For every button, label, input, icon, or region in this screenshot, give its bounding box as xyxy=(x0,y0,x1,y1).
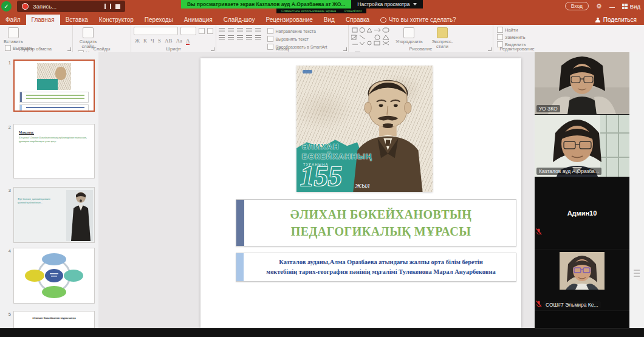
columns-icon[interactable] xyxy=(255,35,261,40)
paste-icon xyxy=(8,27,19,38)
strikethrough-button[interactable]: S xyxy=(158,38,161,45)
video-tile-4[interactable]: СОШ#7 Эльмира Ке... xyxy=(535,250,629,311)
align-text-button[interactable]: Выровнять текст xyxy=(267,36,328,42)
bokeikhanov-stamp-image[interactable]: ӘЛИХАН БӨКЕЙХАННЫҢ ТУҒАНЫНА 155 жыл xyxy=(296,66,433,192)
banner-sub-links: Совместное использование экрана PowerPoi… xyxy=(276,9,366,13)
slide-title-box[interactable]: ӘЛИХАН БӨКЕЙХАНОВТЫҢ ПЕДАГОГИКАЛЫҚ МҰРАС… xyxy=(236,199,516,247)
gear-icon[interactable]: ⚙ xyxy=(596,3,602,10)
scrollbar-marks[interactable] xyxy=(629,270,644,277)
pause-recording-button[interactable] xyxy=(104,4,111,9)
view-options-dropdown[interactable]: Настройка просмотра xyxy=(351,0,422,9)
justify-icon[interactable] xyxy=(246,35,252,40)
font-name-combo[interactable] xyxy=(134,27,178,35)
replace-button[interactable]: Заменить xyxy=(497,34,526,40)
screen-share-banner: Вы просматриваете экран Казталов ауд А.О… xyxy=(181,0,351,9)
subtitle-accent-bar xyxy=(236,253,244,281)
indent-increase-icon[interactable] xyxy=(246,28,252,33)
tab-review[interactable]: Рецензирование xyxy=(261,15,318,25)
shapes-gallery[interactable] xyxy=(351,27,391,46)
shrink-font-icon[interactable] xyxy=(207,28,213,34)
dialog-launcher-icon[interactable] xyxy=(67,47,71,51)
signin-button[interactable]: Вход xyxy=(565,2,589,10)
bokeikhanov-portrait xyxy=(338,70,433,192)
find-icon xyxy=(497,27,503,33)
replace-icon xyxy=(497,34,503,40)
slide-thumbnail-4[interactable] xyxy=(13,248,95,304)
participant-photo xyxy=(560,252,605,290)
indent-decrease-icon[interactable] xyxy=(237,28,243,33)
text-direction-button[interactable]: Направление текста xyxy=(267,28,328,34)
grow-font-icon[interactable] xyxy=(199,28,205,34)
slide-subtitle-line2: мектебінің тарих-география пәнінің мұғал… xyxy=(251,267,511,277)
group-paragraph: Направление текста Выровнять текст Преоб… xyxy=(216,25,349,52)
tab-help[interactable]: Справка xyxy=(340,15,375,25)
numbering-icon[interactable] xyxy=(228,28,234,33)
view-options-label: Настройка просмотра xyxy=(357,0,409,9)
group-slides: Создать слайд Макет Восстановить Раздел … xyxy=(73,25,131,52)
paste-button[interactable]: Вставить xyxy=(2,27,24,45)
font-size-combo[interactable] xyxy=(180,27,196,35)
dialog-launcher-icon[interactable] xyxy=(488,47,492,51)
quick-styles-icon xyxy=(437,27,448,38)
tab-home[interactable]: Главная xyxy=(26,15,60,25)
find-button[interactable]: Найти xyxy=(497,27,526,33)
stop-recording-button[interactable] xyxy=(115,4,120,9)
bullets-icon[interactable] xyxy=(219,28,225,33)
slide-subtitle-box[interactable]: Казталов ауданы,Алма Оразбаева атындағы … xyxy=(236,253,516,282)
font-color-button[interactable]: А xyxy=(186,38,190,45)
char-spacing-button[interactable]: АВ xyxy=(165,38,173,45)
current-slide[interactable]: ӘЛИХАН БӨКЕЙХАННЫҢ ТУҒАНЫНА 155 жыл ӘЛИХ… xyxy=(200,58,521,328)
group-label-paragraph: Абзац xyxy=(216,46,348,52)
video-tile-3[interactable]: Админ10 xyxy=(535,177,629,250)
tab-transitions[interactable]: Переходы xyxy=(139,15,179,25)
line-spacing-icon[interactable] xyxy=(255,28,261,33)
ribbon: Вставить Вырезать Копировать Формат по о… xyxy=(0,25,644,53)
video-tile-2[interactable]: Казталов ауд А.Оразба... xyxy=(535,115,629,177)
stamp-name-line1: ӘЛИХАН xyxy=(302,142,339,151)
tell-me-box[interactable]: Что вы хотите сделать? xyxy=(375,15,462,25)
align-text-icon xyxy=(267,36,273,42)
slide-thumbnail-5[interactable]: Әлихан Бөкейханов мұрасында xyxy=(13,311,95,328)
align-right-icon[interactable] xyxy=(237,35,243,40)
mic-off-icon xyxy=(536,300,542,308)
thumbnail-item-3: 3 Тірі болсам, қалмай қызмет қылмай қойм… xyxy=(6,187,95,243)
group-label-drawing: Рисование xyxy=(349,46,493,52)
slide-thumbnail-3[interactable]: Тірі болсам, қалмай қызмет қылмай қоймай… xyxy=(13,187,95,243)
group-clipboard: Вставить Вырезать Копировать Формат по о… xyxy=(0,25,73,52)
recording-label: Запись... xyxy=(33,3,57,10)
slide-thumbnail-1[interactable] xyxy=(13,60,95,112)
arrange-button[interactable]: Упорядочить xyxy=(394,27,424,45)
thumb2-title: Мақсаты: xyxy=(19,131,89,135)
slide-number: 5 xyxy=(6,311,11,328)
minimize-icon[interactable] xyxy=(609,7,615,8)
thumb1-title-bar xyxy=(19,92,89,103)
share-button[interactable]: Поделиться xyxy=(588,15,644,25)
slide-number: 4 xyxy=(6,248,11,304)
thumb1-stamp-image xyxy=(37,63,71,90)
align-center-icon[interactable] xyxy=(228,35,234,40)
bold-button[interactable]: Ж xyxy=(135,38,140,45)
align-left-icon[interactable] xyxy=(219,35,225,40)
slide-thumbnail-2[interactable]: Мақсаты: Ел қамы! Әлихан Бөкейхановтың е… xyxy=(13,124,95,179)
video-tile-1[interactable]: УО ЗКО xyxy=(535,52,629,115)
group-label-clipboard: Буфер обмена xyxy=(0,46,72,52)
tab-insert[interactable]: Вставка xyxy=(60,15,94,25)
dialog-launcher-icon[interactable] xyxy=(211,47,214,51)
taskbar[interactable] xyxy=(0,328,644,337)
italic-button[interactable]: К xyxy=(143,38,147,45)
dialog-launcher-icon[interactable] xyxy=(343,47,347,51)
slide-number: 2 xyxy=(6,124,11,179)
zoom-view-label: Вид xyxy=(630,3,640,10)
change-case-button[interactable]: Аа xyxy=(176,38,182,45)
thumb3-quote: Тірі болсам, қалмай қызмет қылмай қоймай… xyxy=(18,197,55,204)
slide-canvas: ӘЛИХАН БӨКЕЙХАННЫҢ ТУҒАНЫНА 155 жыл ӘЛИХ… xyxy=(98,52,533,328)
zoom-view-button[interactable]: Вид xyxy=(622,3,640,10)
tab-slideshow[interactable]: Слайд-шоу xyxy=(218,15,261,25)
tab-file[interactable]: Файл xyxy=(0,15,26,25)
tab-view[interactable]: Вид xyxy=(318,15,340,25)
tab-design[interactable]: Конструктор xyxy=(94,15,139,25)
lightbulb-icon xyxy=(380,17,386,23)
underline-button[interactable]: Ч xyxy=(151,38,154,45)
stamp-name-line2: БӨКЕЙХАННЫҢ xyxy=(302,152,372,161)
tab-animations[interactable]: Анимация xyxy=(179,15,218,25)
